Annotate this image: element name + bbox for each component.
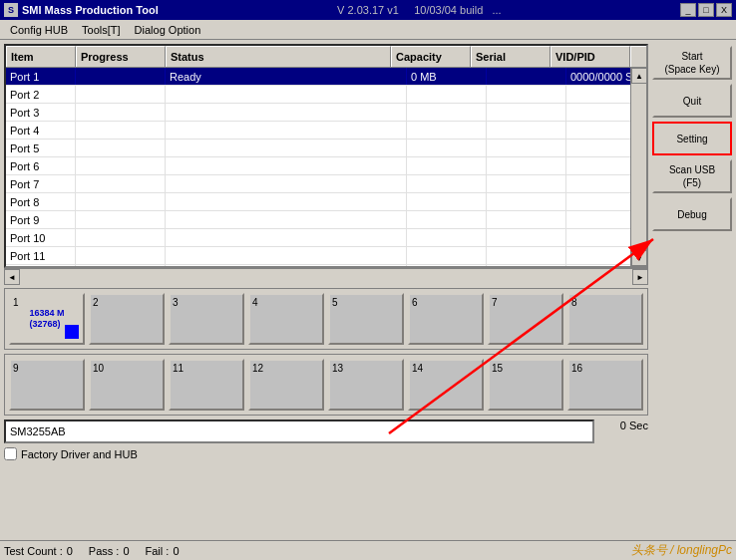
port-cell-15[interactable]: 15 (488, 359, 563, 411)
scroll-down-button[interactable]: ▼ (631, 250, 647, 266)
col-serial: Serial (471, 46, 551, 67)
table-row[interactable]: Port 11 (6, 247, 646, 265)
maximize-button[interactable]: □ (698, 3, 714, 17)
td-capacity (407, 193, 487, 210)
close-button[interactable]: X (716, 3, 732, 17)
debug-button[interactable]: Debug (652, 197, 732, 231)
td-item: Port 4 (6, 122, 76, 139)
td-status (166, 86, 407, 103)
col-status: Status (166, 46, 391, 67)
status-bar: Test Count : 0 Pass : 0 Fail : 0 头条号 / l… (0, 540, 736, 560)
table-row[interactable]: Port 8 (6, 193, 646, 211)
table-row[interactable]: Port 9 (6, 211, 646, 229)
port-number: 1 (13, 297, 19, 308)
scroll-up-button[interactable]: ▲ (631, 68, 647, 84)
td-item: Port 7 (6, 175, 76, 192)
test-count-item: Test Count : 0 (4, 545, 73, 557)
port-number: 8 (571, 297, 577, 308)
td-progress (76, 175, 166, 192)
port-number: 16 (571, 363, 582, 374)
menu-dialog-option[interactable]: Dialog Option (129, 23, 207, 37)
factory-check-area: Factory Driver and HUB (4, 447, 594, 460)
pass-label: Pass : (89, 545, 120, 557)
menu-tools[interactable]: Tools[T] (76, 23, 127, 37)
td-serial (487, 104, 566, 121)
port-cell-10[interactable]: 10 (89, 359, 165, 411)
port-cell-3[interactable]: 3 (169, 293, 244, 345)
td-serial (487, 229, 566, 246)
td-capacity (407, 86, 487, 103)
td-serial (487, 175, 566, 192)
port-cell-4[interactable]: 4 (248, 293, 324, 345)
table-row[interactable]: Port 3 (6, 104, 646, 122)
table-row[interactable]: Port 5 (6, 140, 646, 157)
td-serial (487, 68, 566, 85)
td-progress (76, 140, 166, 156)
port-cell-14[interactable]: 14 (408, 359, 484, 411)
right-panel: Start (Space Key) Quit Setting Scan USB … (652, 44, 732, 536)
port-cell-9[interactable]: 9 (9, 359, 85, 411)
table-row[interactable]: Port 4 (6, 122, 646, 140)
app-title: SMI Mass Production Tool (22, 4, 159, 16)
vertical-scrollbar[interactable]: ▲ ▼ (630, 68, 646, 266)
port-cell-16[interactable]: 16 (567, 359, 643, 411)
port-number: 2 (93, 297, 99, 308)
table-row[interactable]: Port 7 (6, 175, 646, 193)
table-row[interactable]: Port 12 (6, 265, 646, 268)
td-progress (76, 193, 166, 210)
td-status (166, 122, 407, 139)
port-cell-12[interactable]: 12 (248, 359, 324, 411)
scroll-h-track[interactable] (20, 269, 632, 284)
table-row[interactable]: Port 1 Ready 0 MB 0000/0000 S (6, 68, 646, 86)
table-row[interactable]: Port 6 (6, 157, 646, 175)
menu-config-hub[interactable]: Config HUB (4, 23, 74, 37)
col-capacity: Capacity (391, 46, 471, 67)
td-progress (76, 247, 166, 264)
version-info: V 2.03.17 v1 10/03/04 build ... (337, 4, 502, 16)
fail-label: Fail : (146, 545, 170, 557)
td-capacity (407, 122, 487, 139)
port-number: 15 (492, 363, 503, 374)
model-input[interactable] (4, 420, 594, 443)
port-cell-5[interactable]: 5 (328, 293, 404, 345)
menu-bar: Config HUB Tools[T] Dialog Option (0, 20, 736, 40)
start-button[interactable]: Start (Space Key) (652, 46, 732, 80)
td-serial (487, 86, 566, 103)
table-row[interactable]: Port 2 (6, 86, 646, 104)
port-cell-1[interactable]: 116384 M (32768) (9, 293, 85, 345)
port-cell-7[interactable]: 7 (488, 293, 563, 345)
td-status (166, 229, 407, 246)
test-count-label: Test Count : (4, 545, 63, 557)
port-number: 9 (13, 363, 19, 374)
td-progress (76, 104, 166, 121)
td-capacity (407, 157, 487, 174)
td-capacity (407, 229, 487, 246)
horizontal-scrollbar[interactable]: ◄ ► (4, 268, 648, 284)
td-status (166, 193, 407, 210)
port-cell-6[interactable]: 6 (408, 293, 484, 345)
td-status (166, 211, 407, 228)
port-cell-8[interactable]: 8 (567, 293, 643, 345)
port-number: 7 (492, 297, 498, 308)
minimize-button[interactable]: _ (680, 3, 696, 17)
td-serial (487, 211, 566, 228)
scroll-track[interactable] (631, 84, 646, 250)
td-item: Port 3 (6, 104, 76, 121)
port-cell-2[interactable]: 2 (89, 293, 165, 345)
scroll-left-button[interactable]: ◄ (4, 269, 20, 285)
table-body[interactable]: Port 1 Ready 0 MB 0000/0000 S Port 2 Por… (6, 68, 646, 268)
port-cell-11[interactable]: 11 (169, 359, 244, 411)
quit-button[interactable]: Quit (652, 84, 732, 118)
factory-driver-checkbox[interactable] (4, 447, 17, 460)
table-row[interactable]: Port 10 (6, 229, 646, 247)
factory-driver-label: Factory Driver and HUB (21, 448, 138, 460)
port-cell-13[interactable]: 13 (328, 359, 404, 411)
td-serial (487, 265, 566, 268)
fail-value: 0 (173, 545, 179, 557)
scroll-right-button[interactable]: ► (632, 269, 648, 285)
td-status (166, 104, 407, 121)
port-number: 3 (173, 297, 179, 308)
scan-usb-button[interactable]: Scan USB (F5) (652, 159, 732, 193)
timer-display: 0 Sec (598, 420, 648, 431)
setting-button[interactable]: Setting (652, 122, 732, 155)
